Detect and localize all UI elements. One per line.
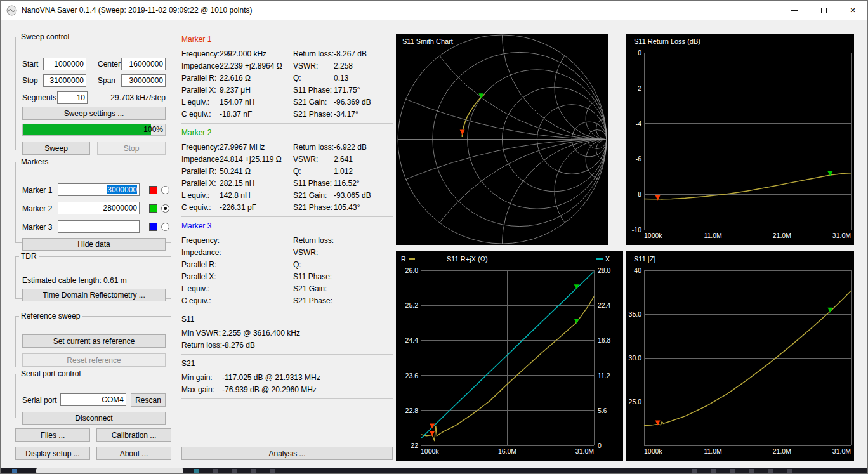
display-setup-button[interactable]: Display setup ... [15,447,90,460]
data-row: L equiv.:142.8 nH [181,189,287,201]
taskbar-app-icon[interactable] [749,469,754,473]
data-row: S21 Phase: [293,294,393,306]
data-row: Parallel R:22.616 Ω [181,72,287,84]
stop-button[interactable]: Stop [97,142,166,155]
nanovna-saver-window: NanoVNA Saver 0.1.4 (Sweep: 2019-11-02 0… [0,0,868,474]
field-value: 0.13 [334,74,348,82]
marker2-color-swatch[interactable] [149,204,157,213]
svg-text:S11 Smith Chart: S11 Smith Chart [402,37,453,45]
data-row: Return loss:-6.922 dB [293,141,393,153]
marker3-radio[interactable] [161,223,169,231]
marker2-input[interactable] [58,202,140,214]
taskbar-app-icon[interactable] [232,469,237,473]
field-value: -93.065 dB [334,191,371,200]
taskbar-app-icon[interactable] [270,469,275,473]
start-button-icon[interactable] [12,469,17,473]
progress-fill [23,124,151,135]
field-value: 2.641 [334,155,353,164]
sweep-control-group: Sweep control Start Center Stop Span Seg… [15,32,171,150]
sweep-button[interactable]: Sweep [22,142,90,155]
s11-return-loss-chart[interactable]: 0-2-4-6-8-101000k11.0M21.0M31.0MS11 Retu… [626,34,854,245]
minimize-button[interactable] [780,1,809,20]
taskbar-app-icon[interactable] [730,469,735,473]
markers-group: Markers Marker 1 3000000 Marker 2 Marker… [15,157,171,243]
field-value: -8.267 dB [334,49,367,58]
sweep-settings-button[interactable]: Sweep settings ... [22,107,166,120]
marker1-radio[interactable] [161,186,169,194]
field-value: 1.012 [334,167,353,176]
s11-smith-chart[interactable]: S11 Smith Chart [396,34,608,245]
s11-z-magnitude-chart[interactable]: 4035.030.025.01000k11.0M21.0M31.0MS11 |Z… [626,251,854,461]
taskbar-app-icon[interactable] [768,469,773,473]
field-label: Q: [293,74,334,82]
data-row: VSWR:2.258 [293,60,393,72]
svg-text:11.2: 11.2 [598,372,610,379]
data-row: Frequency:27.9967 MHz [181,141,287,153]
serial-port-group-title: Serial port control [19,369,82,378]
calibration-button[interactable]: Calibration ... [96,428,171,442]
start-input[interactable] [43,58,86,70]
reset-reference-button[interactable]: Reset reference [22,353,166,367]
svg-text:22.4: 22.4 [598,301,611,309]
close-button[interactable]: ✕ [838,1,867,20]
svg-text:31.0M: 31.0M [832,447,851,455]
tdr-button[interactable]: Time Domain Reflectometry ... [22,289,166,301]
span-label: Span [98,76,115,85]
data-row: Return loss: [293,234,393,246]
about-button[interactable]: About ... [96,447,171,460]
field-label: Return loss: [293,143,334,152]
marker2-radio[interactable] [161,204,169,213]
field-label: VSWR: [293,62,334,70]
data-row: Frequency: [181,234,287,246]
field-label: Impedance: [181,155,220,164]
set-reference-button[interactable]: Set current as reference [22,334,166,348]
data-row: C equiv.:-226.31 pF [181,201,287,213]
field-label: Min VSWR: [181,329,222,338]
marker3-input[interactable] [58,220,140,233]
taskbar-app-icon[interactable] [787,469,792,473]
taskbar-app-icon[interactable] [213,469,218,473]
disconnect-button[interactable]: Disconnect [22,412,166,425]
taskbar-app-icon[interactable] [251,469,256,473]
field-value: 22.616 Ω [220,74,251,82]
field-value: -96.369 dB [334,98,371,107]
rescan-button[interactable]: Rescan [131,393,166,407]
analysis-button[interactable]: Analysis ... [181,447,393,460]
field-label: S21 Gain: [293,98,334,107]
s21-stats-block: Min gain:-117.025 dB @ 21.9313 MHzMax ga… [181,371,393,395]
markers-group-title: Markers [19,157,50,166]
files-button[interactable]: Files ... [15,428,90,442]
marker1-input[interactable]: 3000000 [58,183,140,196]
stop-input[interactable] [43,74,86,87]
field-value: 27.9967 MHz [220,143,265,152]
field-value: -117.025 dB @ 21.9313 MHz [222,373,320,382]
span-input[interactable] [121,74,166,87]
data-row: Return loss:-8.276 dB [181,339,393,351]
s11-rjx-chart[interactable]: 26.025.224.423.622.82228.022.416.811.25.… [396,251,623,461]
taskbar-app-icon[interactable] [692,469,697,473]
marker1-color-swatch[interactable] [149,186,157,194]
marker3-color-swatch[interactable] [149,223,157,231]
taskbar-app-icon[interactable] [194,469,199,473]
segments-input[interactable] [57,91,88,104]
maximize-button[interactable] [809,1,838,20]
taskbar-search-box[interactable] [36,468,183,473]
field-label: Return loss: [293,49,334,58]
svg-text:0: 0 [638,49,641,56]
field-value: -34.17° [334,110,358,119]
field-label: Parallel R: [181,74,220,82]
tdr-group-title: TDR [19,252,39,261]
data-row: C equiv.:-18.37 nF [181,108,287,120]
center-input[interactable] [121,58,166,70]
serial-port-input[interactable] [60,393,126,406]
divider [181,354,393,355]
data-row: S21 Gain:-96.369 dB [293,96,393,108]
taskbar-app-icon[interactable] [711,469,716,473]
data-row: S11 Phase: [293,270,393,282]
hide-data-button[interactable]: Hide data [22,238,166,251]
field-value: 282.15 nH [220,179,254,188]
field-label: Impedance: [181,62,220,70]
serial-port-group: Serial port control Serial port Rescan D… [15,369,171,418]
taskbar[interactable] [1,468,867,473]
minimize-icon [791,10,798,11]
